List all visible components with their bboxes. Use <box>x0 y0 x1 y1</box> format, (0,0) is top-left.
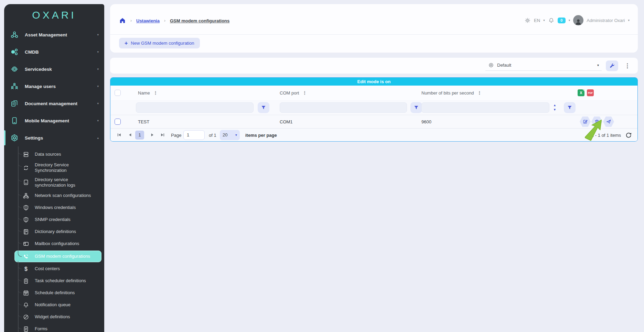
sidebar-item-label: Cost centers <box>35 266 60 272</box>
refresh-icon[interactable] <box>625 132 632 139</box>
sidebar-item-label: Task scheduler definitions <box>35 278 86 284</box>
breadcrumb-separator: › <box>130 18 132 23</box>
toolbar-more-options-button[interactable]: ⋮ <box>622 62 632 70</box>
submenu-connector <box>18 188 22 196</box>
previous-page-button[interactable] <box>126 131 134 139</box>
breadcrumb-separator: › <box>164 18 165 23</box>
first-page-button[interactable] <box>115 131 123 139</box>
select-all-checkbox[interactable] <box>115 90 121 96</box>
submenu-connector <box>18 309 22 317</box>
grid-toolbar-card: Default ▾ ⋮ <box>110 58 638 74</box>
bits-filter-input[interactable] <box>421 102 549 113</box>
chevron-down-icon: ▾ <box>235 133 237 137</box>
sidebar-item-label: GSM modem configurations <box>35 254 90 259</box>
breadcrumb: › Ustawienia › GSM modem configurations <box>119 16 229 25</box>
phone-icon <box>23 253 29 260</box>
sidebar-item-label: Network scan configurations <box>35 193 91 198</box>
sidebar-item-label: Dictionary definitions <box>35 229 76 234</box>
last-page-button[interactable] <box>159 131 166 139</box>
name-filter-funnel-button[interactable] <box>258 102 269 113</box>
submenu-connector <box>18 158 22 167</box>
row-checkbox[interactable] <box>115 119 121 125</box>
sidebar-item-label: CMDB <box>25 49 39 55</box>
breadcrumb-current[interactable]: GSM modem configurations <box>170 18 229 23</box>
sidebar-item-forms[interactable]: Forms <box>4 323 104 332</box>
bits-filter-funnel-button[interactable] <box>564 102 576 113</box>
sidebar-item-manage-users[interactable]: Manage users▾ <box>4 78 104 95</box>
submenu-connector <box>18 321 22 329</box>
row-send-test-button[interactable] <box>603 117 614 127</box>
servicedesk-icon <box>10 65 19 73</box>
sidebar-item-mobile-management[interactable]: Mobile Management▾ <box>4 112 104 129</box>
current-page-button[interactable]: 1 <box>135 131 144 140</box>
user-avatar[interactable] <box>573 15 583 25</box>
stepper-down-icon[interactable]: ▼ <box>553 108 557 112</box>
export-pdf-icon[interactable]: PDF <box>587 89 594 96</box>
sidebar-item-label: Asset Management <box>25 32 67 37</box>
chevron-down-icon[interactable]: ▾ <box>543 19 545 22</box>
column-menu-icon[interactable]: ⋮ <box>302 90 307 96</box>
page-label: Page <box>171 132 181 137</box>
column-menu-icon[interactable]: ⋮ <box>153 90 158 96</box>
column-header-name[interactable]: Name ⋮ <box>138 90 158 96</box>
next-page-button[interactable] <box>148 131 156 139</box>
row-edit-button[interactable] <box>580 117 591 127</box>
nodes-icon <box>10 31 19 39</box>
sidebar-item-label: Windows credentials <box>35 205 76 210</box>
sidebar-item-document-management[interactable]: Document management▾ <box>4 95 104 112</box>
chevron-down-icon: ▾ <box>97 50 99 54</box>
sidebar: OXARI Asset Management▾CMDB▾Servicedesk▾… <box>4 4 104 332</box>
table-row[interactable]: TEST COM1 9600 <box>110 115 637 128</box>
new-gsm-modem-configuration-button[interactable]: + New GSM modem configuration <box>119 38 200 48</box>
trash-icon <box>594 119 600 124</box>
sidebar-item-label: Directory Service Synchronization <box>35 162 100 174</box>
gsm-modem-table: Edit mode is on Name ⋮ COM port ⋮ Number… <box>110 77 638 142</box>
notification-count-badge[interactable]: 0 <box>558 18 566 23</box>
edit-pencil-icon <box>582 119 588 124</box>
shield-icon <box>23 217 29 223</box>
com-port-filter-funnel-button[interactable] <box>410 102 422 113</box>
sidebar-item-gsm-modem-configurations[interactable]: GSM modem configurations <box>14 251 101 262</box>
grid-settings-wrench-button[interactable] <box>606 60 618 71</box>
name-filter-input[interactable] <box>136 102 254 113</box>
book-icon <box>23 229 29 235</box>
notifications-bell-icon[interactable] <box>548 17 555 24</box>
column-header-bits-per-second[interactable]: Number of bits per second ⋮ <box>421 90 482 96</box>
com-port-filter-input[interactable] <box>280 102 407 113</box>
users-icon <box>10 82 19 90</box>
settings-gear-icon[interactable] <box>524 17 531 24</box>
items-range-label: 1 - 1 of 1 items <box>591 132 621 137</box>
bell-icon <box>23 302 29 308</box>
gear-icon <box>10 134 19 142</box>
language-selector[interactable]: EN <box>534 18 540 23</box>
row-delete-button[interactable] <box>591 117 602 127</box>
chevron-down-icon[interactable]: ▾ <box>628 19 630 22</box>
sidebar-item-mailbox-configurations[interactable]: Mailbox configurations <box>4 238 104 250</box>
page-number-input[interactable] <box>183 130 205 140</box>
column-header-com-port[interactable]: COM port ⋮ <box>280 90 307 96</box>
plus-icon: + <box>125 40 128 46</box>
sidebar-item-label: Servicedesk <box>25 67 52 72</box>
column-menu-icon[interactable]: ⋮ <box>477 90 482 96</box>
chevron-down-icon[interactable]: ▾ <box>569 19 570 22</box>
page-size-select[interactable]: 20 ▾ <box>220 130 240 140</box>
edit-mode-banner: Edit mode is on <box>110 78 637 86</box>
sidebar-item-cmdb[interactable]: CMDB▾ <box>4 43 104 60</box>
header-divider <box>110 34 638 35</box>
sidebar-item-label: Mobile Management <box>25 118 69 123</box>
sidebar-item-asset-management[interactable]: Asset Management▾ <box>4 26 104 43</box>
view-selector-dropdown[interactable]: Default ▾ <box>485 60 602 71</box>
sidebar-item-settings[interactable]: Settings ▴ <box>4 129 104 146</box>
user-name[interactable]: Administrator Oxari <box>587 18 625 23</box>
export-excel-icon[interactable]: X <box>578 89 584 96</box>
home-icon[interactable] <box>119 17 126 24</box>
sidebar-item-servicedesk[interactable]: Servicedesk▾ <box>4 60 104 78</box>
sidebar-item-label: Manage users <box>25 84 56 89</box>
stepper-up-icon[interactable]: ▲ <box>553 103 557 107</box>
submenu-connector <box>18 261 22 269</box>
document-icon <box>23 179 29 186</box>
chevron-down-icon: ▾ <box>597 63 599 67</box>
sync-icon <box>23 165 29 171</box>
breadcrumb-link-ustawienia[interactable]: Ustawienia <box>136 18 160 23</box>
shield-icon <box>23 204 29 211</box>
